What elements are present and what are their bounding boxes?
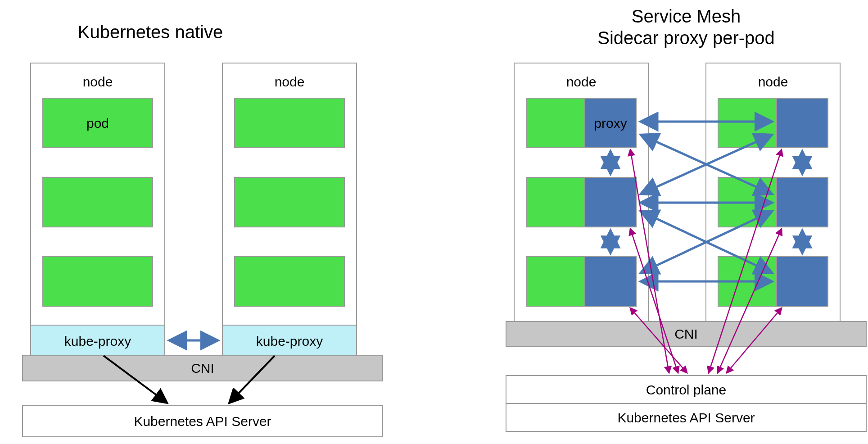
left-diagram: Kubernetes native CNI node pod kube-prox… — [23, 22, 383, 437]
pod-half — [526, 177, 585, 227]
left-pod-label: pod — [86, 116, 109, 131]
kube-proxy-label-2: kube-proxy — [256, 334, 323, 349]
right-title-2: Sidecar proxy per-pod — [597, 28, 775, 48]
left-node1-label: node — [83, 74, 113, 89]
proxy-label: proxy — [594, 116, 627, 131]
right-diagram: Service Mesh Sidecar proxy per-pod CNI n… — [506, 6, 866, 431]
control-plane-label: Control plane — [646, 382, 726, 397]
right-title-1: Service Mesh — [632, 6, 741, 26]
left-cni-label: CNI — [191, 361, 214, 376]
pod-box — [235, 98, 344, 148]
right-node-1: node proxy — [514, 63, 648, 322]
proxy-half — [777, 257, 828, 306]
pod-box — [43, 177, 153, 227]
diagram-canvas: Kubernetes native CNI node pod kube-prox… — [0, 0, 868, 444]
proxy-half — [777, 177, 828, 227]
left-node-1: node pod kube-proxy — [31, 63, 165, 356]
right-node1-label: node — [566, 74, 597, 89]
left-node-2: node kube-proxy — [222, 63, 357, 356]
proxy-half — [585, 177, 636, 227]
left-title: Kubernetes native — [78, 22, 223, 42]
pod-box — [235, 257, 344, 306]
right-cni-label: CNI — [674, 326, 698, 341]
pod-half — [526, 98, 585, 148]
pod-box — [235, 177, 344, 227]
left-node2-label: node — [275, 74, 305, 89]
left-api-label: Kubernetes API Server — [134, 414, 271, 429]
right-node-2: node — [706, 63, 840, 322]
kube-proxy-label: kube-proxy — [64, 334, 131, 349]
pod-box — [43, 257, 153, 306]
proxy-half — [777, 98, 828, 148]
pod-half — [718, 98, 777, 148]
proxy-half — [585, 257, 636, 306]
right-api-label: Kubernetes API Server — [617, 410, 755, 425]
pod-half — [526, 257, 585, 306]
right-node2-label: node — [758, 74, 788, 89]
